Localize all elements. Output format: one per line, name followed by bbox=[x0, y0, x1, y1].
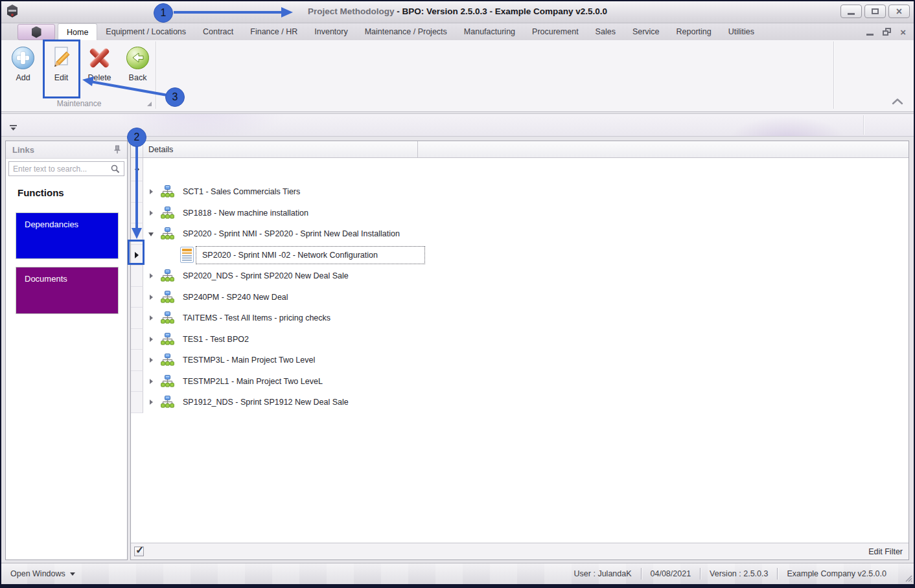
tree-item-label[interactable]: TAITEMS - Test All Items - pricing check… bbox=[183, 313, 330, 322]
tree-row[interactable]: SP2020 - Sprint NMI -02 - Network Config… bbox=[131, 245, 909, 266]
row-indicator-cell bbox=[131, 181, 143, 203]
expander-icon[interactable] bbox=[148, 230, 155, 238]
tree-row[interactable]: SCT1 - Sales Commercials Tiers bbox=[131, 181, 909, 203]
annotation-step-3: 3 bbox=[165, 87, 185, 107]
collapse-ribbon-button[interactable] bbox=[889, 95, 906, 108]
function-item-dependancies[interactable]: Dependancies bbox=[16, 212, 119, 259]
tree-row[interactable]: SP1818 - New machine installation bbox=[131, 203, 909, 224]
tab-procurement[interactable]: Procurement bbox=[524, 23, 587, 40]
tree-item-label[interactable]: SP2020 - Sprint NMI -02 - Network Config… bbox=[202, 251, 378, 260]
maximize-button[interactable] bbox=[864, 5, 886, 18]
tree-row[interactable]: TESTMP2L1 - Main Project Two LeveL bbox=[131, 371, 909, 392]
tree-row[interactable]: SP1912_NDS - Sprint SP1912 New Deal Sale bbox=[131, 392, 909, 413]
tab-utilities[interactable]: Utilities bbox=[720, 23, 763, 40]
tree-item-label[interactable]: TESTMP2L1 - Main Project Two LeveL bbox=[183, 377, 323, 386]
bar-collapse-icon[interactable] bbox=[9, 122, 17, 134]
tree-row[interactable]: TAITEMS - Test All Items - pricing check… bbox=[131, 308, 909, 329]
tab-manufacturing[interactable]: Manufacturing bbox=[456, 23, 524, 40]
edit-filter-link[interactable]: Edit Filter bbox=[868, 547, 903, 556]
delete-button[interactable]: Delete bbox=[83, 43, 116, 82]
expander-icon[interactable] bbox=[148, 188, 155, 196]
close-icon: × bbox=[896, 6, 902, 17]
project-tree-icon bbox=[161, 291, 174, 304]
statusbar-cells: User : JulandaK04/08/2021Version : 2.5.0… bbox=[565, 568, 896, 580]
search-box bbox=[8, 161, 124, 176]
statusbar-cell: 04/08/2021 bbox=[642, 569, 701, 578]
tree-row[interactable]: TES1 - Test BPO2 bbox=[131, 329, 909, 350]
ribbon: Add Edit bbox=[0, 40, 915, 112]
expander-icon[interactable] bbox=[148, 293, 155, 301]
project-tree-icon bbox=[161, 333, 174, 346]
tree-row[interactable]: SP2020_NDS - Sprint SP2020 New Deal Sale bbox=[131, 266, 909, 287]
magnifier-icon[interactable] bbox=[111, 164, 120, 174]
application-menu-button[interactable] bbox=[17, 24, 55, 40]
tree-item-label[interactable]: SP1912_NDS - Sprint SP1912 New Deal Sale bbox=[183, 398, 349, 407]
tree-item-label[interactable]: TES1 - Test BPO2 bbox=[183, 335, 249, 344]
dialog-launcher-icon[interactable] bbox=[147, 102, 152, 106]
empty-column-header bbox=[418, 141, 909, 157]
statusbar-cell: Example Company v2.5.0.0 bbox=[778, 569, 896, 578]
tab-finance-hr[interactable]: Finance / HR bbox=[242, 23, 306, 40]
tab-equipment-locations[interactable]: Equipment / Locations bbox=[97, 23, 194, 40]
tab-contract[interactable]: Contract bbox=[194, 23, 242, 40]
focused-cell-marker bbox=[134, 167, 139, 172]
open-windows-button[interactable]: Open Windows bbox=[10, 569, 75, 578]
tab-maintenance-projects[interactable]: Maintenance / Projects bbox=[356, 23, 456, 40]
expander-icon[interactable] bbox=[148, 378, 155, 385]
expander-icon[interactable] bbox=[148, 335, 155, 343]
app-icon bbox=[32, 27, 41, 38]
details-grid: Details bbox=[130, 141, 909, 560]
mdi-minimize-icon[interactable] bbox=[866, 34, 874, 36]
edit-button[interactable]: Edit bbox=[45, 43, 78, 82]
tab-reporting[interactable]: Reporting bbox=[668, 23, 720, 40]
tree-item-label[interactable]: SP2020_NDS - Sprint SP2020 New Deal Sale bbox=[183, 271, 349, 280]
resize-grip-icon[interactable] bbox=[905, 574, 912, 582]
search-input[interactable] bbox=[9, 164, 111, 174]
expander-icon[interactable] bbox=[148, 398, 155, 406]
mdi-restore-icon[interactable] bbox=[883, 28, 891, 36]
add-button[interactable]: Add bbox=[6, 43, 40, 82]
delete-button-label: Delete bbox=[87, 73, 111, 82]
function-item-label: Documents bbox=[25, 274, 67, 284]
links-panel-title: Links bbox=[12, 145, 34, 155]
back-button[interactable]: Back bbox=[121, 43, 154, 82]
tree-item-label[interactable]: SP240PM - SP240 New Deal bbox=[183, 293, 288, 302]
expander-icon[interactable] bbox=[148, 314, 155, 322]
tree-row[interactable]: SP2020 - Sprint NMI - SP2020 - Sprint Ne… bbox=[131, 223, 909, 245]
open-windows-label: Open Windows bbox=[10, 569, 65, 578]
filter-checkbox[interactable] bbox=[134, 547, 144, 556]
details-column-header[interactable]: Details bbox=[143, 141, 418, 157]
expander-icon[interactable] bbox=[148, 356, 155, 364]
application-window: Project Methodology - BPO: Version 2.5.0… bbox=[0, 0, 915, 588]
mdi-close-icon[interactable]: × bbox=[900, 27, 906, 37]
expander-icon[interactable] bbox=[148, 272, 155, 280]
project-tree-icon bbox=[161, 227, 174, 240]
pin-icon[interactable] bbox=[113, 145, 121, 154]
tab-sales[interactable]: Sales bbox=[587, 23, 624, 40]
minimize-button[interactable] bbox=[840, 5, 862, 18]
title-bar: Project Methodology - BPO: Version 2.5.0… bbox=[0, 0, 915, 23]
tree-item-label[interactable]: TESTMP3L - Main Project Two Level bbox=[183, 356, 315, 365]
ribbon-group-maintenance: Add Edit bbox=[4, 41, 154, 110]
tab-inventory[interactable]: Inventory bbox=[306, 23, 356, 40]
row-indicator-cell bbox=[131, 245, 143, 266]
close-button[interactable]: × bbox=[888, 5, 910, 18]
expander-icon[interactable] bbox=[148, 209, 155, 217]
tree-item-label[interactable]: SP1818 - New machine installation bbox=[183, 209, 308, 218]
ribbon-tab-row: HomeEquipment / LocationsContractFinance… bbox=[0, 23, 915, 40]
row-indicator-cell bbox=[131, 392, 143, 413]
tree-row[interactable]: TESTMP3L - Main Project Two Level bbox=[131, 350, 909, 371]
tree-row[interactable]: SP240PM - SP240 New Deal bbox=[131, 287, 909, 308]
tree-item-label[interactable]: SP2020 - Sprint NMI - SP2020 - Sprint Ne… bbox=[183, 229, 400, 238]
row-indicator-cell bbox=[131, 350, 143, 371]
row-indicator-cell bbox=[131, 158, 143, 181]
selected-row-focus-box[interactable]: SP2020 - Sprint NMI -02 - Network Config… bbox=[196, 246, 425, 264]
tree-item-label[interactable]: SCT1 - Sales Commercials Tiers bbox=[183, 187, 300, 196]
back-icon bbox=[126, 47, 149, 69]
row-indicator-cell bbox=[131, 371, 143, 392]
grid-header-row: Details bbox=[131, 141, 909, 158]
tab-service[interactable]: Service bbox=[624, 23, 668, 40]
ribbon-group-label: Maintenance bbox=[4, 99, 154, 108]
function-item-documents[interactable]: Documents bbox=[16, 267, 119, 314]
tab-home[interactable]: Home bbox=[58, 23, 97, 40]
